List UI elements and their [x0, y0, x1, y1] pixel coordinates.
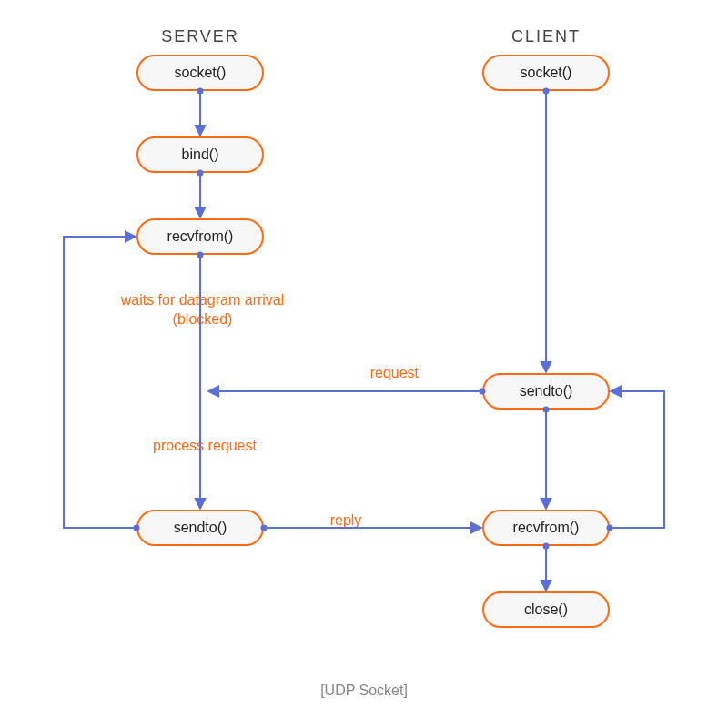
server-sendto-node: sendto()	[136, 510, 264, 546]
annotation-request: request	[346, 364, 419, 383]
annotation-waits-line2: (blocked)	[173, 311, 233, 327]
client-close-node: close()	[482, 592, 610, 628]
annotation-reply: reply	[309, 511, 382, 531]
annotation-waits-line1: waits for datagram arrival	[121, 292, 285, 308]
client-recvfrom-node: recvfrom()	[482, 510, 610, 546]
server-socket-node: socket()	[136, 55, 264, 91]
client-column-title: CLIENT	[482, 27, 610, 46]
udp-socket-diagram: SERVER CLIENT socket() bind() recvfrom()…	[0, 0, 728, 728]
client-socket-node: socket()	[482, 55, 610, 91]
annotation-process: process request	[146, 437, 264, 456]
diagram-caption: [UDP Socket]	[273, 682, 455, 699]
annotation-waits: waits for datagram arrival (blocked)	[105, 291, 300, 329]
client-sendto-node: sendto()	[482, 373, 610, 410]
server-bind-node: bind()	[136, 136, 264, 173]
server-column-title: SERVER	[136, 27, 264, 46]
server-recvfrom-node: recvfrom()	[136, 218, 264, 255]
